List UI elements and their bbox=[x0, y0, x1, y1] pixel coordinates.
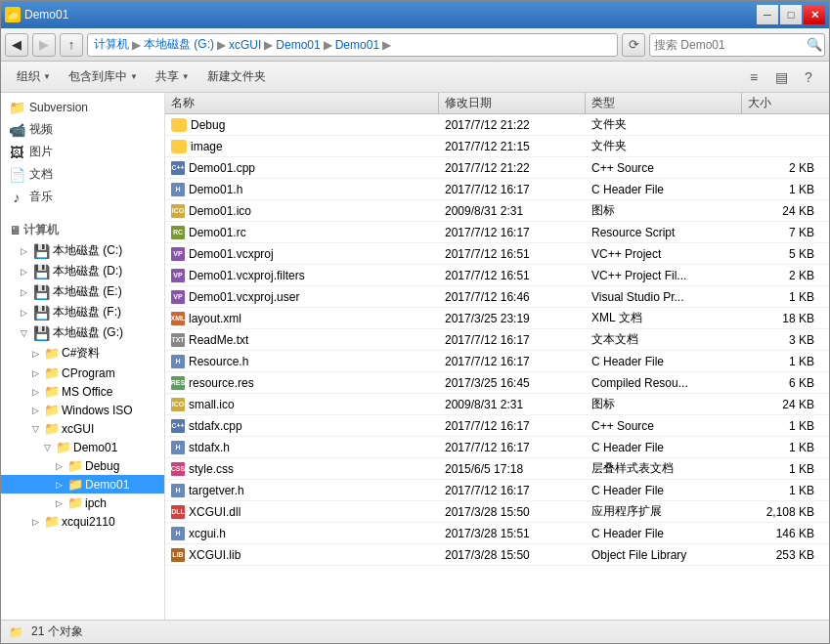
file-size: 1 KB bbox=[742, 183, 820, 196]
file-date: 2017/7/12 16:17 bbox=[439, 333, 586, 347]
col-header-date[interactable]: 修改日期 bbox=[439, 93, 586, 113]
file-size: 24 KB bbox=[742, 398, 820, 411]
table-row[interactable]: ICOsmall.ico2009/8/31 2:31图标24 KB bbox=[165, 394, 829, 415]
table-row[interactable]: DLLXCGUI.dll2017/3/28 15:50应用程序扩展2,108 K… bbox=[165, 501, 829, 523]
breadcrumb-computer[interactable]: 计算机 bbox=[94, 36, 129, 53]
table-row[interactable]: C++stdafx.cpp2017/7/12 16:17C++ Source1 … bbox=[165, 415, 829, 437]
file-type-icon: H bbox=[171, 441, 185, 454]
sidebar-tree-csharp[interactable]: ▷ 📁 C#资料 bbox=[1, 343, 164, 364]
sidebar-tree-local-c[interactable]: ▷ 💾 本地磁盘 (C:) bbox=[1, 240, 164, 261]
sidebar-tree-local-d[interactable]: ▷ 💾 本地磁盘 (D:) bbox=[1, 261, 164, 281]
sidebar-tree-debug[interactable]: ▷ 📁 Debug bbox=[1, 456, 164, 475]
table-row[interactable]: HDemo01.h2017/7/12 16:17C Header File1 K… bbox=[165, 179, 829, 200]
sidebar-item-subversion[interactable]: 📁 Subversion bbox=[1, 97, 164, 118]
toolbar: 组织 ▼ 包含到库中 ▼ 共享 ▼ 新建文件夹 ≡ ▤ ? bbox=[1, 62, 829, 93]
table-row[interactable]: ICODemo01.ico2009/8/31 2:31图标24 KB bbox=[165, 200, 829, 222]
file-type-icon: CSS bbox=[171, 462, 185, 476]
search-input[interactable] bbox=[650, 38, 805, 52]
file-type: 文本文档 bbox=[586, 331, 742, 348]
breadcrumb-drive[interactable]: 本地磁盘 (G:) bbox=[144, 36, 214, 53]
breadcrumb-demo01-1[interactable]: Demo01 bbox=[276, 38, 320, 52]
file-name: Demo01.cpp bbox=[189, 161, 255, 175]
forward-button[interactable]: ▶ bbox=[32, 33, 56, 57]
sidebar-item-video[interactable]: 📹 视频 bbox=[1, 118, 164, 141]
demo01-icon: 📁 bbox=[67, 477, 83, 492]
sidebar-tree-xcgui[interactable]: ▽ 📁 xcGUI bbox=[1, 419, 164, 438]
sidebar-tree-demo01-parent[interactable]: ▽ 📁 Demo01 bbox=[1, 438, 164, 456]
table-row[interactable]: RCDemo01.rc2017/7/12 16:17Resource Scrip… bbox=[165, 222, 829, 243]
table-row[interactable]: XMLlayout.xml2017/3/25 23:19XML 文档18 KB bbox=[165, 308, 829, 329]
table-row[interactable]: C++Demo01.cpp2017/7/12 21:22C++ Source2 … bbox=[165, 157, 829, 179]
file-size: 2 KB bbox=[742, 161, 820, 175]
table-row[interactable]: Htargetver.h2017/7/12 16:17C Header File… bbox=[165, 480, 829, 501]
file-name: Demo01.rc bbox=[189, 226, 246, 239]
share-arrow: ▼ bbox=[182, 72, 190, 81]
sidebar-item-pictures[interactable]: 🖼 图片 bbox=[1, 141, 164, 163]
table-row[interactable]: HResource.h2017/7/12 16:17C Header File1… bbox=[165, 351, 829, 372]
close-button[interactable]: ✕ bbox=[804, 5, 825, 24]
subversion-icon: 📁 bbox=[9, 100, 24, 115]
table-row[interactable]: TXTReadMe.txt2017/7/12 16:17文本文档3 KB bbox=[165, 329, 829, 351]
new-folder-button[interactable]: 新建文件夹 bbox=[199, 64, 274, 90]
table-row[interactable]: Debug2017/7/12 21:22文件夹 bbox=[165, 114, 829, 136]
table-row[interactable]: VPDemo01.vcxproj.filters2017/7/12 16:51V… bbox=[165, 265, 829, 286]
col-header-type[interactable]: 类型 bbox=[586, 93, 742, 113]
expand-icon-demo01: ▷ bbox=[52, 478, 66, 492]
sidebar-tree-local-f[interactable]: ▷ 💾 本地磁盘 (F:) bbox=[1, 302, 164, 322]
breadcrumb-xcgui[interactable]: xcGUI bbox=[229, 38, 261, 52]
file-date: 2017/3/28 15:51 bbox=[439, 527, 586, 540]
file-date: 2009/8/31 2:31 bbox=[439, 398, 586, 411]
windows-iso-icon: 📁 bbox=[44, 403, 60, 417]
file-date: 2017/7/12 16:46 bbox=[439, 290, 586, 304]
preview-button[interactable]: ▤ bbox=[768, 64, 794, 90]
include-library-button[interactable]: 包含到库中 ▼ bbox=[61, 64, 146, 90]
maximize-button[interactable]: □ bbox=[780, 5, 802, 24]
file-type: VC++ Project Fil... bbox=[586, 269, 742, 282]
expand-icon-cprogram: ▷ bbox=[28, 366, 42, 380]
sidebar-item-music[interactable]: ♪ 音乐 bbox=[1, 186, 164, 208]
file-name: xcgui.h bbox=[189, 527, 226, 540]
sidebar: 📁 Subversion 📹 视频 🖼 图片 📄 文档 ♪ 音乐 bbox=[1, 93, 165, 620]
col-header-name[interactable]: 名称 bbox=[165, 93, 439, 113]
file-type: 文件夹 bbox=[586, 138, 742, 154]
table-row[interactable]: Hxcgui.h2017/3/28 15:51C Header File146 … bbox=[165, 523, 829, 544]
help-button[interactable]: ? bbox=[796, 64, 821, 90]
table-row[interactable]: Hstdafx.h2017/7/12 16:17C Header File1 K… bbox=[165, 437, 829, 458]
refresh-button[interactable]: ⟳ bbox=[622, 33, 645, 57]
sidebar-tree-msoffice[interactable]: ▷ 📁 MS Office bbox=[1, 382, 164, 401]
table-row[interactable]: LIBXCGUI.lib2017/3/28 15:50Object File L… bbox=[165, 544, 829, 566]
sidebar-item-documents[interactable]: 📄 文档 bbox=[1, 163, 164, 186]
up-button[interactable]: ↑ bbox=[60, 33, 83, 57]
file-name: style.css bbox=[189, 462, 234, 476]
sidebar-tree-demo01[interactable]: ▷ 📁 Demo01 bbox=[1, 475, 164, 494]
sidebar-tree-windows-iso[interactable]: ▷ 📁 Windows ISO bbox=[1, 401, 164, 419]
table-row[interactable]: VPDemo01.vcxproj2017/7/12 16:51VC++ Proj… bbox=[165, 243, 829, 265]
file-date: 2017/7/12 16:17 bbox=[439, 419, 586, 433]
view-toggle-button[interactable]: ≡ bbox=[741, 64, 766, 90]
window: 📁 Demo01 ─ □ ✕ ◀ ▶ ↑ 计算机 ▶ 本地磁盘 (G:) ▶ x… bbox=[0, 0, 830, 644]
share-button[interactable]: 共享 ▼ bbox=[148, 64, 197, 90]
main-area: 📁 Subversion 📹 视频 🖼 图片 📄 文档 ♪ 音乐 bbox=[1, 93, 829, 620]
file-type: 应用程序扩展 bbox=[586, 503, 742, 520]
expand-icon-xcgui: ▽ bbox=[28, 422, 42, 436]
sidebar-tree-ipch[interactable]: ▷ 📁 ipch bbox=[1, 494, 164, 512]
table-row[interactable]: image2017/7/12 21:15文件夹 bbox=[165, 136, 829, 157]
table-row[interactable]: VPDemo01.vcxproj.user2017/7/12 16:46Visu… bbox=[165, 286, 829, 308]
table-row[interactable]: CSSstyle.css2015/6/5 17:18层叠样式表文档1 KB bbox=[165, 458, 829, 480]
minimize-button[interactable]: ─ bbox=[757, 5, 778, 24]
search-button[interactable]: 🔍 bbox=[805, 34, 824, 56]
table-row[interactable]: RESresource.res2017/3/25 16:45Compiled R… bbox=[165, 372, 829, 394]
file-name: Demo01.vcxproj.user bbox=[189, 290, 299, 304]
sidebar-tree-local-g[interactable]: ▽ 💾 本地磁盘 (G:) bbox=[1, 322, 164, 343]
back-button[interactable]: ◀ bbox=[5, 33, 28, 57]
sidebar-tree-xcqui2110[interactable]: ▷ 📁 xcqui2110 bbox=[1, 512, 164, 531]
expand-icon-windows-iso: ▷ bbox=[28, 404, 42, 417]
col-header-size[interactable]: 大小 bbox=[742, 93, 820, 113]
breadcrumb-demo01-2[interactable]: Demo01 bbox=[335, 38, 379, 52]
file-name: XCGUI.dll bbox=[189, 505, 240, 519]
sidebar-tree-local-e[interactable]: ▷ 💾 本地磁盘 (E:) bbox=[1, 281, 164, 302]
organize-button[interactable]: 组织 ▼ bbox=[9, 64, 59, 90]
sidebar-tree-cprogram[interactable]: ▷ 📁 CProgram bbox=[1, 364, 164, 382]
file-type: Visual Studio Pr... bbox=[586, 290, 742, 304]
file-type-icon: C++ bbox=[171, 161, 185, 175]
